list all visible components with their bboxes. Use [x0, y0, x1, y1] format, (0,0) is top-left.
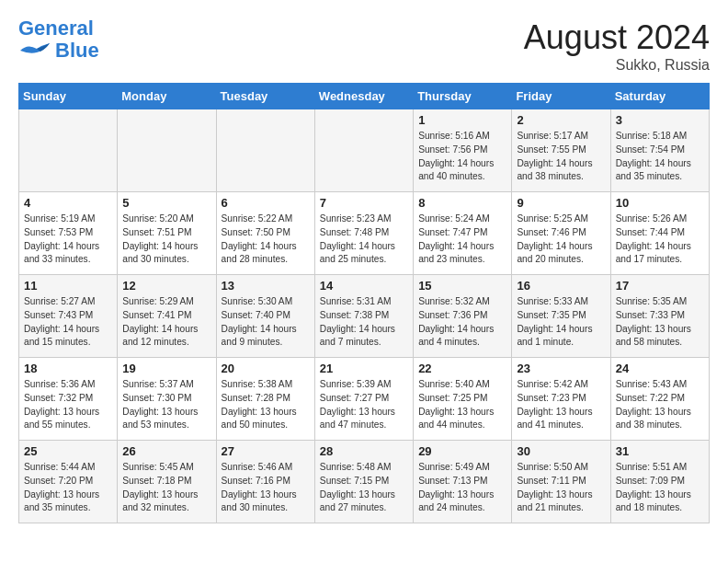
day-info: Sunrise: 5:20 AM Sunset: 7:51 PM Dayligh… — [122, 213, 210, 267]
day-number: 23 — [517, 362, 605, 375]
day-info: Sunrise: 5:44 AM Sunset: 7:20 PM Dayligh… — [24, 461, 112, 515]
day-info: Sunrise: 5:22 AM Sunset: 7:50 PM Dayligh… — [222, 213, 310, 267]
calendar-week-row: 11Sunrise: 5:27 AM Sunset: 7:43 PM Dayli… — [19, 275, 710, 358]
day-info: Sunrise: 5:42 AM Sunset: 7:23 PM Dayligh… — [517, 378, 605, 432]
day-number: 10 — [616, 196, 704, 210]
day-number: 31 — [616, 444, 704, 458]
day-info: Sunrise: 5:30 AM Sunset: 7:40 PM Dayligh… — [222, 295, 310, 350]
day-number: 24 — [616, 362, 704, 375]
title-block: August 2024 Sukko, Russia — [524, 18, 710, 74]
calendar-cell: 8Sunrise: 5:24 AM Sunset: 7:47 PM Daylig… — [414, 192, 512, 275]
day-number: 16 — [517, 279, 605, 293]
header-day-friday: Friday — [512, 84, 610, 109]
calendar-cell: 25Sunrise: 5:44 AM Sunset: 7:20 PM Dayli… — [19, 441, 118, 523]
day-number: 14 — [320, 279, 408, 293]
header-day-thursday: Thursday — [414, 84, 512, 109]
page-header: General Blue August 2024 Sukko, Russia — [18, 18, 710, 74]
day-info: Sunrise: 5:31 AM Sunset: 7:38 PM Dayligh… — [320, 295, 408, 350]
day-info: Sunrise: 5:25 AM Sunset: 7:46 PM Dayligh… — [517, 213, 605, 267]
calendar-week-row: 1Sunrise: 5:16 AM Sunset: 7:56 PM Daylig… — [19, 109, 710, 192]
calendar-cell: 9Sunrise: 5:25 AM Sunset: 7:46 PM Daylig… — [512, 192, 610, 275]
day-number: 11 — [24, 279, 112, 293]
calendar-cell: 31Sunrise: 5:51 AM Sunset: 7:09 PM Dayli… — [610, 441, 709, 523]
day-info: Sunrise: 5:38 AM Sunset: 7:28 PM Dayligh… — [222, 378, 310, 432]
calendar-cell: 5Sunrise: 5:20 AM Sunset: 7:51 PM Daylig… — [118, 192, 216, 275]
day-number: 13 — [222, 279, 310, 293]
day-info: Sunrise: 5:27 AM Sunset: 7:43 PM Dayligh… — [24, 295, 112, 350]
day-number: 19 — [122, 362, 210, 375]
day-info: Sunrise: 5:51 AM Sunset: 7:09 PM Dayligh… — [616, 461, 704, 515]
calendar-week-row: 18Sunrise: 5:36 AM Sunset: 7:32 PM Dayli… — [19, 358, 710, 441]
day-info: Sunrise: 5:29 AM Sunset: 7:41 PM Dayligh… — [122, 295, 210, 350]
calendar-cell: 1Sunrise: 5:16 AM Sunset: 7:56 PM Daylig… — [414, 109, 512, 192]
day-info: Sunrise: 5:40 AM Sunset: 7:25 PM Dayligh… — [418, 378, 506, 432]
logo-general: General — [18, 17, 94, 40]
calendar-cell: 26Sunrise: 5:45 AM Sunset: 7:18 PM Dayli… — [118, 441, 216, 523]
day-number: 17 — [616, 279, 704, 293]
day-number: 28 — [320, 444, 408, 458]
calendar-cell: 15Sunrise: 5:32 AM Sunset: 7:36 PM Dayli… — [414, 275, 512, 358]
calendar-cell: 19Sunrise: 5:37 AM Sunset: 7:30 PM Dayli… — [118, 358, 216, 441]
day-number: 7 — [320, 196, 408, 210]
day-info: Sunrise: 5:17 AM Sunset: 7:55 PM Dayligh… — [517, 130, 605, 184]
location-subtitle: Sukko, Russia — [524, 57, 710, 74]
day-number: 29 — [418, 444, 506, 458]
logo-blue: Blue — [55, 39, 99, 63]
day-number: 6 — [222, 196, 310, 210]
day-info: Sunrise: 5:39 AM Sunset: 7:27 PM Dayligh… — [320, 378, 408, 432]
day-number: 18 — [24, 362, 112, 375]
calendar-cell: 21Sunrise: 5:39 AM Sunset: 7:27 PM Dayli… — [314, 358, 413, 441]
calendar-cell: 30Sunrise: 5:50 AM Sunset: 7:11 PM Dayli… — [512, 441, 610, 523]
calendar-cell — [314, 109, 413, 192]
day-info: Sunrise: 5:33 AM Sunset: 7:35 PM Dayligh… — [517, 295, 605, 350]
calendar-cell: 23Sunrise: 5:42 AM Sunset: 7:23 PM Dayli… — [512, 358, 610, 441]
calendar-header-row: SundayMondayTuesdayWednesdayThursdayFrid… — [19, 84, 710, 109]
calendar-cell: 10Sunrise: 5:26 AM Sunset: 7:44 PM Dayli… — [610, 192, 709, 275]
day-number: 20 — [222, 362, 310, 375]
day-info: Sunrise: 5:45 AM Sunset: 7:18 PM Dayligh… — [122, 461, 210, 515]
day-info: Sunrise: 5:50 AM Sunset: 7:11 PM Dayligh… — [517, 461, 605, 515]
day-number: 3 — [616, 113, 704, 127]
day-info: Sunrise: 5:23 AM Sunset: 7:48 PM Dayligh… — [320, 213, 408, 267]
day-info: Sunrise: 5:37 AM Sunset: 7:30 PM Dayligh… — [122, 378, 210, 432]
calendar-cell: 18Sunrise: 5:36 AM Sunset: 7:32 PM Dayli… — [19, 358, 118, 441]
day-info: Sunrise: 5:43 AM Sunset: 7:22 PM Dayligh… — [616, 378, 704, 432]
header-day-tuesday: Tuesday — [216, 84, 314, 109]
day-number: 2 — [517, 113, 605, 127]
day-number: 30 — [517, 444, 605, 458]
day-info: Sunrise: 5:32 AM Sunset: 7:36 PM Dayligh… — [418, 295, 506, 350]
day-number: 22 — [418, 362, 506, 375]
calendar-week-row: 4Sunrise: 5:19 AM Sunset: 7:53 PM Daylig… — [19, 192, 710, 275]
day-info: Sunrise: 5:26 AM Sunset: 7:44 PM Dayligh… — [616, 213, 704, 267]
header-day-sunday: Sunday — [19, 84, 118, 109]
day-info: Sunrise: 5:16 AM Sunset: 7:56 PM Dayligh… — [418, 130, 506, 184]
logo-text: General — [18, 18, 94, 39]
header-day-monday: Monday — [118, 84, 216, 109]
day-number: 5 — [122, 196, 210, 210]
header-day-wednesday: Wednesday — [314, 84, 413, 109]
month-year-title: August 2024 — [524, 18, 710, 57]
day-info: Sunrise: 5:18 AM Sunset: 7:54 PM Dayligh… — [616, 130, 704, 184]
day-info: Sunrise: 5:19 AM Sunset: 7:53 PM Dayligh… — [24, 213, 112, 267]
day-number: 1 — [418, 113, 506, 127]
calendar-cell: 22Sunrise: 5:40 AM Sunset: 7:25 PM Dayli… — [414, 358, 512, 441]
day-info: Sunrise: 5:35 AM Sunset: 7:33 PM Dayligh… — [616, 295, 704, 350]
calendar-cell: 24Sunrise: 5:43 AM Sunset: 7:22 PM Dayli… — [610, 358, 709, 441]
calendar-cell: 13Sunrise: 5:30 AM Sunset: 7:40 PM Dayli… — [216, 275, 314, 358]
day-number: 9 — [517, 196, 605, 210]
calendar-cell: 3Sunrise: 5:18 AM Sunset: 7:54 PM Daylig… — [610, 109, 709, 192]
logo: General Blue — [18, 18, 99, 63]
calendar-cell: 29Sunrise: 5:49 AM Sunset: 7:13 PM Dayli… — [414, 441, 512, 523]
calendar-cell: 28Sunrise: 5:48 AM Sunset: 7:15 PM Dayli… — [314, 441, 413, 523]
day-info: Sunrise: 5:48 AM Sunset: 7:15 PM Dayligh… — [320, 461, 408, 515]
calendar-week-row: 25Sunrise: 5:44 AM Sunset: 7:20 PM Dayli… — [19, 441, 710, 523]
calendar-cell: 20Sunrise: 5:38 AM Sunset: 7:28 PM Dayli… — [216, 358, 314, 441]
day-number: 21 — [320, 362, 408, 375]
calendar-table: SundayMondayTuesdayWednesdayThursdayFrid… — [18, 83, 710, 523]
calendar-cell — [118, 109, 216, 192]
day-number: 27 — [222, 444, 310, 458]
day-info: Sunrise: 5:36 AM Sunset: 7:32 PM Dayligh… — [24, 378, 112, 432]
header-day-saturday: Saturday — [610, 84, 709, 109]
day-number: 25 — [24, 444, 112, 458]
day-number: 15 — [418, 279, 506, 293]
